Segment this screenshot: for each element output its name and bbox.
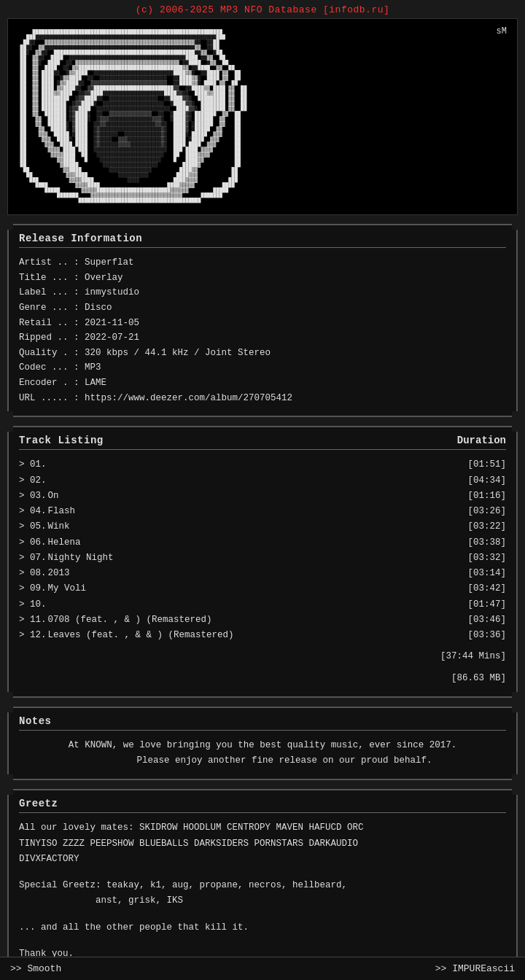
track-arrow-9: > 09.: [19, 581, 47, 596]
info-row-label: Label ... : inmystudio: [19, 285, 506, 300]
track-dur-8: [03:14]: [467, 566, 506, 581]
ascii-art-box: sM █████████████████████████████████████…: [7, 18, 518, 215]
track-arrow-6: > 06.: [19, 535, 47, 551]
track-name-4: Flash: [48, 504, 468, 519]
track-name-9: My Voli: [48, 581, 468, 596]
label-ripped: Ripped .. :: [19, 330, 85, 346]
track-dur-5: [03:22]: [467, 519, 506, 534]
track-row-2: > 02. [04:34]: [19, 473, 506, 489]
track-dur-1: [01:51]: [467, 457, 506, 472]
bottom-left: >> Smooth: [10, 963, 61, 974]
info-row-url: URL ..... : https://www.deezer.com/album…: [19, 391, 506, 406]
track-total-time: [37:44 Mins]: [19, 649, 506, 664]
track-name-7: Nighty Night: [48, 551, 468, 566]
value-title: Overlay: [85, 271, 123, 286]
label-artist: Artist .. :: [19, 255, 85, 271]
value-ripped: 2022-07-21: [85, 330, 139, 346]
track-dur-10: [01:47]: [467, 597, 506, 612]
track-dur-12: [03:36]: [467, 628, 506, 643]
track-row-3: > 03. On [01:16]: [19, 489, 506, 504]
track-name-3: On: [48, 489, 468, 504]
track-name-8: 2013: [48, 566, 468, 581]
label-codec: Codec ... :: [19, 360, 85, 376]
track-name-11: 0708 (feat. , & ) (Remastered): [48, 612, 468, 628]
duration-header: Duration: [457, 435, 506, 446]
track-arrow-5: > 05.: [19, 519, 47, 534]
info-row-genre: Genre ... : Disco: [19, 300, 506, 316]
label-url: URL ..... :: [19, 391, 85, 406]
label-encoder: Encoder . :: [19, 376, 85, 391]
track-name-2: [48, 473, 468, 489]
label-retail: Retail .. :: [19, 316, 85, 331]
value-artist: Superflat: [85, 255, 134, 271]
value-url: https://www.deezer.com/album/270705412: [85, 391, 292, 406]
track-arrow-8: > 08.: [19, 566, 47, 581]
notes-header: Notes: [19, 715, 506, 727]
track-name-10: [48, 597, 468, 612]
top-credit: (c) 2006-2025 MP3 NFO Database [infodb.r…: [0, 0, 525, 18]
track-row-5: > 05. Wink [03:22]: [19, 519, 506, 534]
track-row-11: > 11. 0708 (feat. , & ) (Remastered) [03…: [19, 612, 506, 628]
value-label: inmystudio: [85, 285, 139, 300]
label-label: Label ... :: [19, 285, 85, 300]
greetz-mates: All our lovely mates: SKIDROW HOODLUM CE…: [19, 820, 506, 867]
track-listing-section: Track Listing Duration > 01. [01:51] > 0…: [7, 426, 518, 698]
track-arrow-4: > 04.: [19, 504, 47, 519]
greetz-closing1: ... and all the other people that kill i…: [19, 920, 506, 936]
info-row-codec: Codec ... : MP3: [19, 360, 506, 376]
track-row-4: > 04. Flash [03:26]: [19, 504, 506, 519]
info-row-artist: Artist .. : Superflat: [19, 255, 506, 271]
track-total-size: [86.63 MB]: [19, 671, 506, 686]
release-info-header: Release Information: [19, 233, 506, 244]
track-name-5: Wink: [48, 519, 468, 534]
notes-text: At KNOWN, we love bringing you the best …: [19, 738, 506, 769]
info-row-ripped: Ripped .. : 2022-07-21: [19, 330, 506, 346]
greetz-special: Special Greetz: teakay, k1, aug, propane…: [19, 878, 506, 909]
info-row-retail: Retail .. : 2021-11-05: [19, 316, 506, 331]
track-dur-9: [03:42]: [467, 581, 506, 596]
track-row-8: > 08. 2013 [03:14]: [19, 566, 506, 581]
track-dur-4: [03:26]: [467, 504, 506, 519]
track-name-6: Helena: [48, 535, 468, 551]
info-row-title: Title ... : Overlay: [19, 271, 506, 286]
track-row-1: > 01. [01:51]: [19, 457, 506, 472]
track-arrow-11: > 11.: [19, 612, 47, 628]
label-genre: Genre ... :: [19, 300, 85, 316]
greetz-section: Greetz All our lovely mates: SKIDROW HOO…: [7, 789, 518, 973]
track-row-10: > 10. [01:47]: [19, 597, 506, 612]
track-dur-3: [01:16]: [467, 489, 506, 504]
ascii-art: ████████████████████████████████████████…: [11, 25, 514, 209]
info-row-encoder: Encoder . : LAME: [19, 376, 506, 391]
track-arrow-1: > 01.: [19, 457, 47, 472]
track-arrow-12: > 12.: [19, 628, 47, 643]
value-retail: 2021-11-05: [85, 316, 139, 331]
bottom-right: >> IMPUREascii: [435, 963, 515, 974]
value-codec: MP3: [85, 360, 101, 376]
track-arrow-10: > 10.: [19, 597, 47, 612]
track-name-1: [48, 457, 468, 472]
track-arrow-2: > 02.: [19, 473, 47, 489]
track-row-12: > 12. Leaves (feat. , & & ) (Remastered)…: [19, 628, 506, 643]
track-dur-6: [03:38]: [467, 535, 506, 551]
label-quality: Quality . :: [19, 346, 85, 361]
track-dur-2: [04:34]: [467, 473, 506, 489]
sm-label: sM: [497, 26, 507, 36]
track-row-7: > 07. Nighty Night [03:32]: [19, 551, 506, 566]
track-listing-header: Track Listing: [19, 435, 104, 446]
info-row-quality: Quality . : 320 kbps / 44.1 kHz / Joint …: [19, 346, 506, 361]
track-arrow-3: > 03.: [19, 489, 47, 504]
value-genre: Disco: [85, 300, 112, 316]
track-name-12: Leaves (feat. , & & ) (Remastered): [48, 628, 468, 643]
release-info-table: Artist .. : Superflat Title ... : Overla…: [19, 255, 506, 405]
track-dur-7: [03:32]: [467, 551, 506, 566]
notes-section: Notes At KNOWN, we love bringing you the…: [7, 707, 518, 781]
track-row-6: > 06. Helena [03:38]: [19, 535, 506, 551]
release-info-section: Release Information Artist .. : Superfla…: [7, 224, 518, 417]
track-list: > 01. [01:51] > 02. [04:34] > 03. On [01…: [19, 457, 506, 643]
bottom-bar: >> Smooth >> IMPUREascii: [0, 957, 525, 980]
track-row-9: > 09. My Voli [03:42]: [19, 581, 506, 596]
track-dur-11: [03:46]: [467, 612, 506, 628]
value-encoder: LAME: [85, 376, 106, 391]
label-title: Title ... :: [19, 271, 85, 286]
greetz-header: Greetz: [19, 798, 506, 809]
